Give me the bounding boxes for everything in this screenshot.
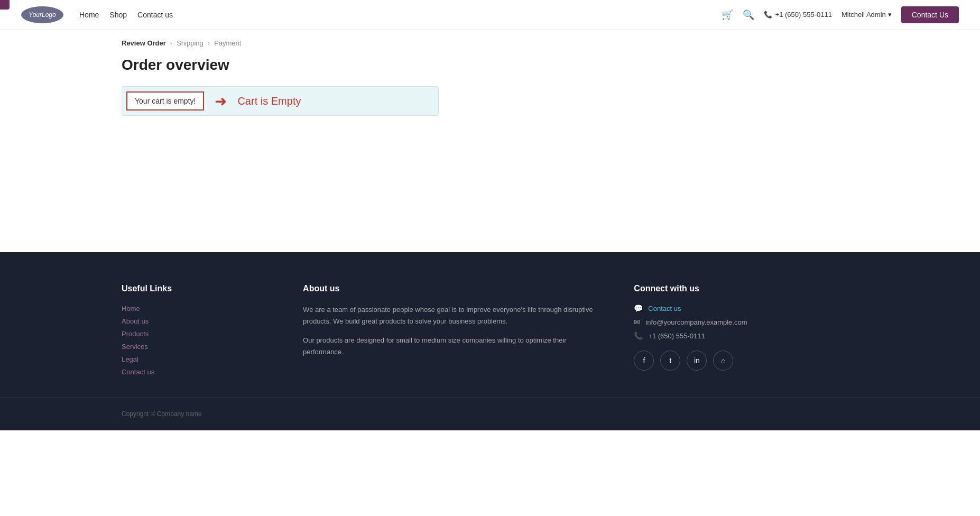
header-right: 🛒 🔍 📞 +1 (650) 555-0111 Mitchell Admin ▾… (722, 6, 959, 23)
breadcrumb-step1[interactable]: Review Order (122, 39, 166, 47)
footer-link-home[interactable]: Home (122, 305, 140, 312)
footer-link-products[interactable]: Products (122, 330, 149, 338)
logo-image: YourLogo (21, 6, 63, 23)
connect-contact: 💬 Contact us (634, 304, 858, 312)
about-text-2: Our products are designed for small to m… (303, 335, 602, 358)
footer-useful-links: Useful Links Home About us Products Serv… (122, 284, 271, 376)
footer-link-about[interactable]: About us (122, 317, 149, 325)
nav-shop[interactable]: Shop (109, 11, 127, 19)
home-button[interactable]: ⌂ (713, 351, 733, 371)
admin-menu[interactable]: Mitchell Admin ▾ (842, 11, 892, 19)
breadcrumb-step3[interactable]: Payment (214, 39, 241, 47)
footer-connect: Connect with us 💬 Contact us ✉ info@your… (634, 284, 858, 376)
phone-icon: 📞 (764, 11, 772, 19)
page-title: Order overview (122, 57, 858, 73)
connect-contact-link[interactable]: Contact us (648, 305, 681, 312)
breadcrumb-step2[interactable]: Shipping (177, 39, 204, 47)
main-content: Order overview Your cart is empty! ➜ Car… (0, 51, 980, 252)
facebook-button[interactable]: f (634, 351, 654, 371)
useful-links-heading: Useful Links (122, 284, 271, 293)
about-heading: About us (303, 284, 602, 293)
list-item: About us (122, 317, 271, 325)
chevron-down-icon: ▾ (888, 11, 892, 19)
cart-empty-label: Your cart is empty! (126, 91, 204, 110)
chat-icon: 💬 (634, 304, 643, 312)
phone-footer-icon: 📞 (634, 331, 643, 340)
phone-info: 📞 +1 (650) 555-0111 (764, 11, 832, 19)
contact-us-button[interactable]: Contact Us (901, 6, 959, 23)
main-nav: Home Shop Contact us (79, 11, 173, 19)
footer-about: About us We are a team of passionate peo… (303, 284, 602, 376)
breadcrumb: Review Order › Shipping › Payment (0, 30, 980, 51)
footer-link-legal[interactable]: Legal (122, 355, 138, 363)
cart-empty-message: Cart is Empty (237, 95, 301, 107)
email-icon: ✉ (634, 318, 640, 326)
linkedin-button[interactable]: in (687, 351, 707, 371)
footer-links-list: Home About us Products Services Legal Co… (122, 304, 271, 376)
connect-items: 💬 Contact us ✉ info@yourcompany.example.… (634, 304, 858, 340)
list-item: Products (122, 329, 271, 338)
list-item: Legal (122, 355, 271, 363)
copyright-text: Copyright © Company name (122, 410, 202, 418)
arrow-icon: ➜ (204, 93, 237, 110)
footer: Useful Links Home About us Products Serv… (0, 252, 980, 430)
connect-email-value: info@yourcompany.example.com (645, 318, 747, 326)
header: YourLogo Home Shop Contact us 🛒 🔍 📞 +1 (… (0, 0, 980, 30)
connect-phone: 📞 +1 (650) 555-0111 (634, 331, 858, 340)
cart-icon[interactable]: 🛒 (722, 9, 733, 21)
connect-phone-value: +1 (650) 555-0111 (648, 332, 705, 340)
connect-email: ✉ info@yourcompany.example.com (634, 318, 858, 326)
nav-contact-us[interactable]: Contact us (137, 11, 173, 19)
side-decoration (0, 0, 10, 10)
twitter-button[interactable]: t (660, 351, 680, 371)
breadcrumb-sep2: › (208, 39, 210, 47)
admin-name: Mitchell Admin (842, 11, 886, 19)
about-text-1: We are a team of passionate people whose… (303, 304, 602, 327)
footer-bottom: Copyright © Company name (0, 397, 980, 430)
breadcrumb-sep1: › (170, 39, 172, 47)
list-item: Contact us (122, 367, 271, 376)
footer-link-services[interactable]: Services (122, 343, 148, 351)
list-item: Services (122, 342, 271, 351)
logo[interactable]: YourLogo (21, 6, 63, 23)
connect-heading: Connect with us (634, 284, 858, 293)
cart-empty-banner: Your cart is empty! ➜ Cart is Empty (122, 86, 439, 116)
nav-home[interactable]: Home (79, 11, 99, 19)
social-icons: f t in ⌂ (634, 351, 858, 371)
footer-link-contact[interactable]: Contact us (122, 368, 154, 376)
footer-inner: Useful Links Home About us Products Serv… (0, 284, 980, 376)
phone-number: +1 (650) 555-0111 (775, 11, 832, 19)
search-icon[interactable]: 🔍 (743, 9, 754, 21)
list-item: Home (122, 304, 271, 312)
